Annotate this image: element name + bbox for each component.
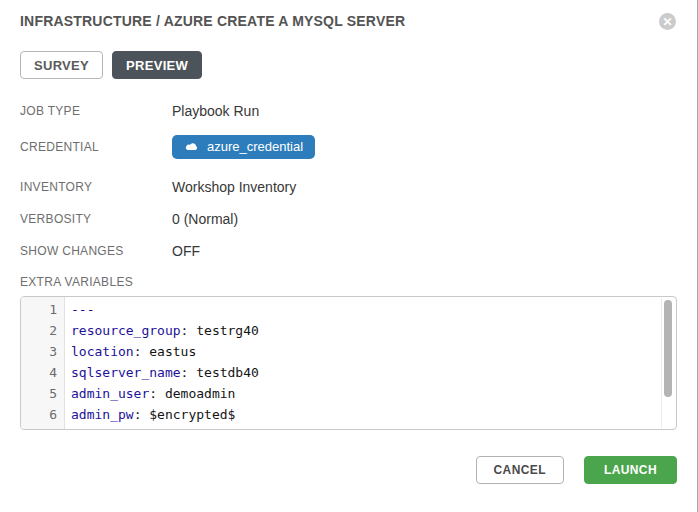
code-text: --- xyxy=(65,299,94,320)
code-key: admin_user xyxy=(71,386,149,401)
code-rest: : $encrypted$ xyxy=(134,407,236,422)
detail-value: Playbook Run xyxy=(172,103,259,119)
code-text xyxy=(65,425,71,430)
code-key: sqlserver_name xyxy=(71,365,181,380)
cloud-icon xyxy=(184,141,199,152)
line-number: 4 xyxy=(21,362,65,383)
close-icon[interactable]: ✕ xyxy=(659,13,676,30)
detail-label: INVENTORY xyxy=(20,180,172,194)
detail-label: CREDENTIAL xyxy=(20,140,172,154)
code-text: admin_pw: $encrypted$ xyxy=(65,404,235,425)
scrollbar-track xyxy=(661,298,662,428)
modal-header: INFRASTRUCTURE / AZURE CREATE A MYSQL SE… xyxy=(20,13,677,30)
credential-badge[interactable]: azure_credential xyxy=(172,135,315,159)
detail-row: JOB TYPE Playbook Run xyxy=(20,103,677,119)
badge-label: azure_credential xyxy=(207,139,303,154)
code-rest: : testdb40 xyxy=(181,365,259,380)
detail-value: Workshop Inventory xyxy=(172,179,296,195)
code-line: 5 admin_user: demoadmin xyxy=(21,383,676,404)
line-number: 2 xyxy=(21,320,65,341)
tab-survey[interactable]: SURVEY xyxy=(20,51,103,79)
code-lines: 1 --- 2 resource_group: testrg40 3 locat… xyxy=(21,297,676,430)
code-text: admin_user: demoadmin xyxy=(65,383,235,404)
detail-value: 0 (Normal) xyxy=(172,211,238,227)
code-line: 7 xyxy=(21,425,676,430)
code-line: 1 --- xyxy=(21,299,676,320)
code-key: resource_group xyxy=(71,323,181,338)
code-line: 2 resource_group: testrg40 xyxy=(21,320,676,341)
line-number: 3 xyxy=(21,341,65,362)
code-text: location: eastus xyxy=(65,341,196,362)
code-line: 3 location: eastus xyxy=(21,341,676,362)
code-key: admin_pw xyxy=(71,407,134,422)
extra-variables-label: EXTRA VARIABLES xyxy=(20,275,677,289)
cancel-button[interactable]: CANCEL xyxy=(476,456,564,484)
detail-row: VERBOSITY 0 (Normal) xyxy=(20,211,677,227)
code-key: --- xyxy=(71,302,94,317)
detail-value: OFF xyxy=(172,243,200,259)
code-line: 6 admin_pw: $encrypted$ xyxy=(21,404,676,425)
detail-row: SHOW CHANGES OFF xyxy=(20,243,677,259)
code-text: sqlserver_name: testdb40 xyxy=(65,362,259,383)
line-number: 1 xyxy=(21,299,65,320)
detail-label: SHOW CHANGES xyxy=(20,244,172,258)
page-title: INFRASTRUCTURE / AZURE CREATE A MYSQL SE… xyxy=(20,13,405,29)
code-line: 4 sqlserver_name: testdb40 xyxy=(21,362,676,383)
modal-footer: CANCEL LAUNCH xyxy=(20,456,677,484)
code-rest: : eastus xyxy=(134,344,197,359)
line-number: 7 xyxy=(21,425,65,430)
line-number: 5 xyxy=(21,383,65,404)
tabs: SURVEY PREVIEW xyxy=(20,51,677,79)
code-rest: : testrg40 xyxy=(181,323,259,338)
detail-row: INVENTORY Workshop Inventory xyxy=(20,179,677,195)
extra-variables-editor[interactable]: 1 --- 2 resource_group: testrg40 3 locat… xyxy=(20,296,677,430)
detail-label: JOB TYPE xyxy=(20,104,172,118)
code-rest: : demoadmin xyxy=(149,386,235,401)
job-launch-preview-modal: INFRASTRUCTURE / AZURE CREATE A MYSQL SE… xyxy=(0,0,698,512)
launch-button[interactable]: LAUNCH xyxy=(584,456,677,484)
details-list: JOB TYPE Playbook Run CREDENTIAL azure_c… xyxy=(20,103,677,259)
detail-label: VERBOSITY xyxy=(20,212,172,226)
code-text: resource_group: testrg40 xyxy=(65,320,259,341)
code-key: location xyxy=(71,344,134,359)
scrollbar-thumb[interactable] xyxy=(664,300,672,397)
line-number: 6 xyxy=(21,404,65,425)
detail-row: CREDENTIAL azure_credential xyxy=(20,135,677,159)
tab-preview[interactable]: PREVIEW xyxy=(112,51,202,79)
